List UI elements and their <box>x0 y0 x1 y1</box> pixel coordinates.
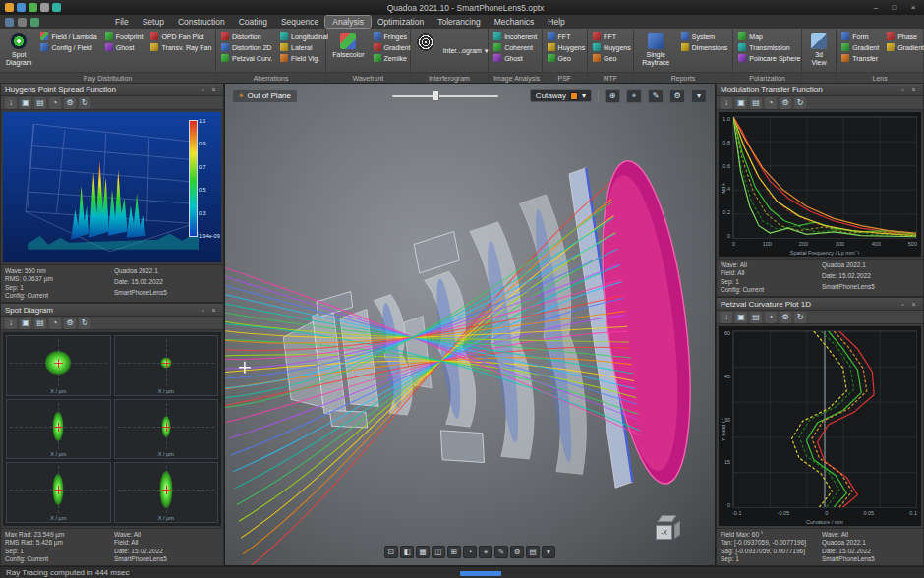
new-file-icon[interactable] <box>17 3 26 12</box>
more-options-button[interactable]: ▾ <box>691 89 707 103</box>
spot-diagram-button[interactable]: Spot Diagram <box>3 31 34 69</box>
lens-gradient-button[interactable]: Gradient <box>839 42 881 52</box>
settings-icon[interactable]: ⚙ <box>64 318 76 329</box>
lens-transfer-button[interactable]: Transfer <box>839 53 881 63</box>
lens-form-button[interactable]: Form <box>839 31 881 41</box>
menu-analysis[interactable]: Analysis <box>325 16 371 28</box>
annotate-icon[interactable]: ✎ <box>494 546 508 558</box>
interferogram-dropdown-button[interactable]: Inter...ogram ▾ <box>441 46 491 56</box>
opd-fan-plot-button[interactable]: OPD Fan Plot <box>148 31 213 41</box>
table-icon[interactable]: ▤ <box>34 97 46 109</box>
axis-orientation-cube[interactable]: -X <box>656 514 681 540</box>
coherent-button[interactable]: Coherent <box>491 42 539 52</box>
copy-icon[interactable]: ▣ <box>735 97 747 109</box>
cutaway-select[interactable]: Cutaway ▾ <box>530 89 592 102</box>
poincare-sphere-button[interactable]: Poincare Sphere <box>736 53 802 63</box>
table-icon[interactable]: ▤ <box>34 318 46 329</box>
menu-optimization[interactable]: Optimization <box>371 16 431 28</box>
refresh-icon[interactable]: ↻ <box>79 97 90 109</box>
menu-help[interactable]: Help <box>541 16 571 28</box>
huygens-3d-plot[interactable]: 1.10.9 0.70.5 0.31.94e-09 <box>3 112 221 262</box>
refresh-icon[interactable]: ↻ <box>79 318 90 329</box>
scene-settings-icon[interactable]: ⚙ <box>510 546 524 558</box>
transmission-button[interactable]: Transmission <box>736 42 802 52</box>
export-icon[interactable]: ↓ <box>721 312 732 323</box>
lens-gradient2-button[interactable]: Gradient <box>885 42 924 52</box>
incoherent-button[interactable]: Incoherent <box>491 31 539 41</box>
viewport-slider[interactable] <box>392 89 498 102</box>
menu-file[interactable]: File <box>108 16 136 28</box>
axes-icon[interactable]: ⌖ <box>479 546 492 558</box>
system-button[interactable]: System <box>679 31 730 41</box>
panel-float-button[interactable]: ▫ <box>897 301 908 308</box>
menu-mechanics[interactable]: Mechanics <box>488 16 542 28</box>
menu-sequence[interactable]: Sequence <box>274 16 325 28</box>
orbit-icon[interactable]: ◔ <box>463 546 477 558</box>
mtf-fft-button[interactable]: FFT <box>591 31 633 41</box>
fit-view-icon[interactable]: ⊡ <box>384 546 398 558</box>
palette-icon[interactable]: ◔ <box>765 97 777 109</box>
copy-icon[interactable]: ▣ <box>735 312 747 323</box>
maximize-button[interactable]: □ <box>889 3 900 12</box>
scrollbar-thumb[interactable] <box>460 571 501 576</box>
close-button[interactable]: × <box>907 3 919 12</box>
save-file-icon[interactable] <box>40 3 49 12</box>
grid-icon[interactable]: ⊞ <box>447 546 461 558</box>
view-settings-button[interactable]: ⚙ <box>669 89 685 103</box>
workspace-icon[interactable] <box>30 18 39 27</box>
panel-close-button[interactable]: × <box>908 87 919 93</box>
spot-cell[interactable]: X / µm <box>114 335 219 396</box>
panel-close-button[interactable]: × <box>208 307 219 314</box>
palette-icon[interactable]: ◔ <box>765 312 777 323</box>
polarization-map-button[interactable]: Map <box>736 31 802 41</box>
undo-icon[interactable] <box>52 3 61 12</box>
config-field-button[interactable]: Config / Field <box>38 42 98 52</box>
spot-cell[interactable]: X / µm <box>114 462 219 523</box>
panel-float-button[interactable]: ▫ <box>198 87 208 93</box>
field-vig-button[interactable]: Field Vig. <box>278 53 330 63</box>
footprint-button[interactable]: Footprint <box>103 31 145 41</box>
single-raytrace-button[interactable]: Single Raytrace <box>637 31 675 69</box>
psf-huygens-button[interactable]: Huygens <box>546 42 588 52</box>
pan-tool-button[interactable]: ⊕ <box>605 89 620 103</box>
refresh-icon[interactable]: ↻ <box>794 312 806 323</box>
3d-view-button[interactable]: 3d View <box>805 31 833 69</box>
wireframe-icon[interactable]: ▦ <box>416 546 430 558</box>
minimize-button[interactable]: – <box>870 3 882 12</box>
table-icon[interactable]: ▤ <box>750 97 762 109</box>
lens-phase-button[interactable]: Phase <box>885 31 924 41</box>
slider-thumb[interactable] <box>433 90 439 101</box>
view-mode-chip[interactable]: ⌖ Out of Plane <box>233 90 297 102</box>
psf-fft-button[interactable]: FFT <box>546 31 588 41</box>
zernike-button[interactable]: Zernike <box>372 53 413 63</box>
more-icon[interactable]: ▾ <box>542 546 555 558</box>
spot-cell[interactable]: X / µm <box>6 399 111 460</box>
panel-float-button[interactable]: ▫ <box>897 87 908 93</box>
export-icon[interactable]: ↓ <box>721 97 732 109</box>
psf-geo-button[interactable]: Geo <box>546 53 588 63</box>
fringes-button[interactable]: Fringes <box>372 31 413 41</box>
layout-icon[interactable] <box>18 18 27 27</box>
petzval-curv-button[interactable]: Petzval Curv. <box>219 53 274 63</box>
target-tool-button[interactable]: ⌖ <box>626 89 642 103</box>
shading-icon[interactable]: ◧ <box>400 546 414 558</box>
field-lambda-button[interactable]: Field / Lambda <box>38 31 98 41</box>
refresh-icon[interactable]: ↻ <box>794 97 806 109</box>
menu-setup[interactable]: Setup <box>136 16 171 28</box>
menu-tolerancing[interactable]: Tolerancing <box>431 16 487 28</box>
menu-construction[interactable]: Construction <box>171 16 232 28</box>
settings-icon[interactable]: ⚙ <box>64 97 76 109</box>
gradient-wavefront-button[interactable]: Gradient <box>372 42 413 52</box>
transv-ray-fan-button[interactable]: Transv. Ray Fan <box>148 42 213 52</box>
ghost-image-button[interactable]: Ghost <box>491 53 539 63</box>
dock-icon[interactable] <box>5 18 14 27</box>
palette-icon[interactable]: ◔ <box>49 318 61 329</box>
panel-float-button[interactable]: ▫ <box>198 307 208 314</box>
settings-icon[interactable]: ⚙ <box>780 312 791 323</box>
petzval-plot[interactable]: Y Field / ° 604530 150 -0.1-0.050 0.050.… <box>719 326 921 526</box>
mtf-huygens-button[interactable]: Huygens <box>591 42 633 52</box>
longitudinal-button[interactable]: Longitudinal <box>278 31 330 41</box>
spot-cell[interactable]: X / µm <box>114 399 219 460</box>
spot-cell[interactable]: X / µm <box>6 335 111 396</box>
spot-cell[interactable]: X / µm <box>6 462 111 523</box>
